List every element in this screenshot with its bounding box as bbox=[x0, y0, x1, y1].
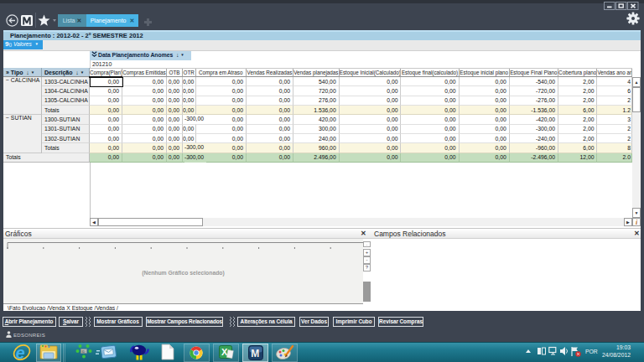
svg-text:ID: ID bbox=[82, 349, 86, 354]
svg-text:e: e bbox=[16, 344, 25, 362]
svg-text:M: M bbox=[251, 347, 259, 359]
